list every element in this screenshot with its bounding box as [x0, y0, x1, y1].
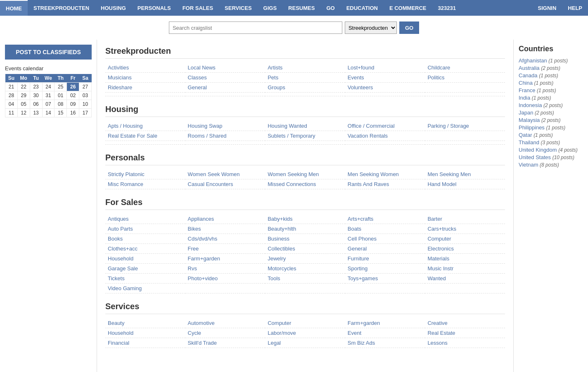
category-link[interactable]: Activities: [105, 63, 185, 73]
category-link[interactable]: Hand Model: [425, 179, 505, 189]
country-link[interactable]: India (1 posts): [519, 95, 583, 101]
category-link[interactable]: Groups: [265, 83, 345, 93]
category-link[interactable]: Household: [105, 254, 185, 264]
category-link[interactable]: Housing Swap: [185, 121, 266, 131]
search-input[interactable]: [169, 21, 342, 34]
nav-item-gigs[interactable]: GIGS: [258, 0, 283, 16]
category-link[interactable]: Labor/move: [265, 328, 345, 338]
category-link[interactable]: Rvs: [185, 264, 266, 274]
category-link[interactable]: Barter: [425, 214, 505, 224]
calendar-day[interactable]: 28: [5, 91, 18, 100]
nav-right-signin[interactable]: SIGNIN: [532, 0, 562, 16]
category-link[interactable]: Rants And Raves: [345, 179, 425, 189]
calendar-day[interactable]: 12: [17, 109, 30, 117]
calendar-day[interactable]: 02: [67, 91, 79, 100]
calendar-day[interactable]: 22: [17, 83, 30, 91]
nav-item-education[interactable]: EDUCATION: [341, 0, 384, 16]
country-link[interactable]: Indonesia (2 posts): [519, 102, 583, 108]
category-link[interactable]: Tickets: [105, 274, 185, 284]
category-link[interactable]: Computer: [425, 234, 505, 244]
category-link[interactable]: Motorcycles: [265, 264, 345, 274]
nav-right-help[interactable]: HELP: [562, 0, 588, 16]
category-link[interactable]: Local News: [185, 63, 266, 73]
calendar-day[interactable]: 31: [42, 91, 55, 100]
category-link[interactable]: Automotive: [185, 318, 266, 328]
country-link[interactable]: Canada (1 posts): [519, 72, 583, 79]
category-link[interactable]: Free: [185, 244, 266, 254]
category-link[interactable]: Antiques: [105, 214, 185, 224]
category-link[interactable]: Office / Commercial: [345, 121, 425, 131]
calendar-day[interactable]: 05: [17, 100, 30, 109]
category-link[interactable]: Real Estate: [425, 328, 505, 338]
nav-item-323231[interactable]: 323231: [432, 0, 462, 16]
calendar-day[interactable]: 27: [79, 83, 92, 91]
category-link[interactable]: Childcare: [425, 63, 505, 73]
category-link[interactable]: Lost+found: [345, 63, 425, 73]
category-link[interactable]: Photo+video: [185, 274, 266, 284]
category-link[interactable]: Women Seek Women: [185, 169, 266, 179]
category-link[interactable]: General: [345, 244, 425, 254]
category-link[interactable]: Strictly Platonic: [105, 169, 185, 179]
category-link[interactable]: Furniture: [345, 254, 425, 264]
category-link[interactable]: Pets: [265, 73, 345, 83]
calendar-day[interactable]: 08: [55, 100, 67, 109]
calendar-day[interactable]: 04: [5, 100, 18, 109]
calendar-day[interactable]: 07: [42, 100, 55, 109]
category-link[interactable]: Events: [345, 73, 425, 83]
calendar-day[interactable]: 30: [30, 91, 42, 100]
calendar-day[interactable]: 14: [42, 109, 55, 117]
category-link[interactable]: Auto Parts: [105, 224, 185, 234]
category-link[interactable]: Farm+garden: [185, 254, 266, 264]
category-link[interactable]: Books: [105, 234, 185, 244]
calendar-day[interactable]: 03: [79, 91, 92, 100]
category-link[interactable]: Skill'd Trade: [185, 338, 266, 348]
category-link[interactable]: Missed Connections: [265, 179, 345, 189]
category-link[interactable]: Politics: [425, 73, 505, 83]
country-link[interactable]: Qatar (1 posts): [519, 132, 583, 138]
category-link[interactable]: Beauty: [105, 318, 185, 328]
category-link[interactable]: Household: [105, 328, 185, 338]
category-link[interactable]: Men Seeking Women: [345, 169, 425, 179]
calendar-day[interactable]: 17: [79, 109, 92, 117]
category-link[interactable]: Materials: [425, 254, 505, 264]
category-link[interactable]: Classes: [185, 73, 266, 83]
nav-item-personals[interactable]: PERSONALS: [132, 0, 177, 16]
category-link[interactable]: Collectibles: [265, 244, 345, 254]
category-link[interactable]: Appliances: [185, 214, 266, 224]
calendar-day[interactable]: 09: [67, 100, 79, 109]
country-link[interactable]: France (1 posts): [519, 87, 583, 93]
country-link[interactable]: Vietnam (8 posts): [519, 162, 583, 168]
category-link[interactable]: Farm+garden: [345, 318, 425, 328]
nav-item-streekproducten[interactable]: STREEKPRODUCTEN: [28, 0, 95, 16]
category-link[interactable]: Volunteers: [345, 83, 425, 93]
category-link[interactable]: Boats: [345, 224, 425, 234]
calendar-day[interactable]: 21: [5, 83, 18, 91]
category-link[interactable]: Event: [345, 328, 425, 338]
category-link[interactable]: Jewelry: [265, 254, 345, 264]
search-button[interactable]: GO: [399, 21, 419, 34]
nav-item-e-commerce[interactable]: E COMMERCE: [384, 0, 432, 16]
category-link[interactable]: Creative: [425, 318, 505, 328]
calendar-day[interactable]: 01: [55, 91, 67, 100]
category-link[interactable]: Artists: [265, 63, 345, 73]
category-link[interactable]: Cars+trucks: [425, 224, 505, 234]
country-link[interactable]: Afghanistan (1 posts): [519, 57, 583, 64]
category-link[interactable]: Business: [265, 234, 345, 244]
category-link[interactable]: Rooms / Shared: [185, 131, 266, 141]
category-link[interactable]: Parking / Storage: [425, 121, 505, 131]
calendar-day[interactable]: 23: [30, 83, 42, 91]
category-link[interactable]: Housing Wanted: [265, 121, 345, 131]
calendar-day[interactable]: 26: [67, 83, 79, 91]
category-link[interactable]: Lessons: [425, 338, 505, 348]
category-link[interactable]: Garage Sale: [105, 264, 185, 274]
nav-item-services[interactable]: SERVICES: [219, 0, 258, 16]
category-link[interactable]: Legal: [265, 338, 345, 348]
category-link[interactable]: Men Seeking Men: [425, 169, 505, 179]
country-link[interactable]: Australia (2 posts): [519, 65, 583, 71]
category-link[interactable]: Tools: [265, 274, 345, 284]
country-link[interactable]: United Kingdom (4 posts): [519, 147, 583, 153]
category-link[interactable]: Baby+kids: [265, 214, 345, 224]
category-link[interactable]: Apts / Housing: [105, 121, 185, 131]
category-link[interactable]: Wanted: [425, 274, 505, 284]
category-link[interactable]: General: [185, 83, 266, 93]
